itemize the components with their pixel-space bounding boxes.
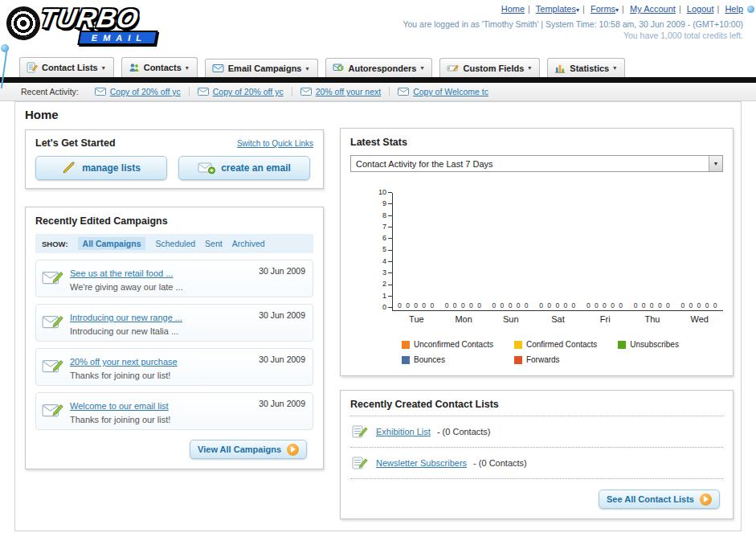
contact-list-item: Newsletter Subscribers - (0 Contacts) — [350, 448, 723, 479]
stats-period-select[interactable]: Contact Activity for the Last 7 Days — [350, 155, 723, 172]
campaign-title-link[interactable]: See us at the retail food ... — [70, 268, 173, 278]
y-tick-label: 3 — [382, 269, 392, 277]
link-help[interactable]: Help — [725, 4, 743, 14]
recent-activity-bar: Recent Activity: Copy of 20% off yc Copy… — [0, 83, 756, 101]
chart-y-axis: 109876543210 — [350, 189, 392, 311]
y-tick-label: 10 — [378, 189, 392, 196]
y-tick-label: 1 — [382, 293, 392, 300]
contacts-icon — [129, 62, 140, 73]
view-all-campaigns-button[interactable]: View All Campaigns — [190, 440, 307, 459]
chart-value-labels: 0 0 0 0 0 — [534, 301, 582, 309]
filter-archived[interactable]: Archived — [232, 239, 265, 248]
filter-sent[interactable]: Sent — [205, 239, 223, 248]
link-templates[interactable]: Templates — [536, 4, 576, 14]
contact-list-link[interactable]: Newsletter Subscribers — [376, 458, 467, 468]
show-label: SHOW: — [42, 240, 68, 248]
y-tick-label: 5 — [382, 246, 392, 253]
chevron-down-icon: ▾ — [615, 6, 619, 14]
get-started-title: Let's Get Started — [35, 137, 116, 149]
pencil-icon — [62, 162, 76, 174]
utility-nav: Home| Templates▾| Forms▾| My Account| Lo… — [403, 4, 743, 14]
create-email-button[interactable]: create an email — [178, 156, 310, 180]
y-tick-label: 8 — [382, 212, 392, 219]
switch-quick-links-link[interactable]: Switch to Quick Links — [237, 139, 313, 148]
latest-stats-panel: Latest Stats Contact Activity for the La… — [340, 128, 734, 376]
tab-contacts[interactable]: Contacts▾ — [121, 57, 198, 77]
campaign-subtitle: Introducing our new Italia ... — [70, 326, 306, 336]
page-title: Home — [25, 108, 59, 121]
contact-list-count: - (0 Contacts) — [473, 458, 527, 468]
campaign-date: 30 Jun 2009 — [259, 354, 305, 364]
tab-label: Statistics — [570, 64, 609, 73]
see-all-contact-lists-button[interactable]: See All Contact Lists — [599, 490, 720, 509]
contact-list-item: Exhibition List - (0 Contacts) — [350, 416, 723, 448]
select-arrow-icon — [709, 156, 722, 171]
chart-value-labels: 0 0 0 0 0 — [440, 301, 488, 309]
envelope-icon — [398, 88, 409, 96]
campaign-title-link[interactable]: 20% off your next purchase — [70, 357, 178, 367]
x-axis-label: Mon — [440, 314, 488, 324]
create-email-label: create an email — [221, 162, 291, 174]
chevron-down-icon: ▾ — [613, 64, 616, 72]
decorative-blue-dot-left — [1, 44, 9, 52]
tab-statistics[interactable]: Statistics▾ — [547, 58, 625, 77]
login-info: You are logged in as 'Timothy Smith' | S… — [403, 19, 743, 29]
legend-swatch — [514, 356, 522, 364]
x-axis-label: Sun — [487, 314, 534, 324]
link-separator: | — [679, 4, 681, 14]
envelope-icon — [95, 88, 106, 96]
recent-activity-item[interactable]: 20% off your next — [292, 87, 390, 96]
campaign-subtitle: We're giving away our late ... — [70, 282, 306, 292]
envelope-plus-icon — [198, 162, 215, 174]
envelope-pencil-icon — [42, 311, 64, 334]
get-started-panel: Let's Get Started Switch to Quick Links … — [25, 129, 324, 189]
tab-label: Contacts — [144, 63, 182, 72]
campaign-title-link[interactable]: Welcome to our email list — [70, 401, 169, 411]
stats-chart: 109876543210 0 0 0 0 00 0 0 0 00 0 0 0 0… — [350, 193, 723, 311]
campaign-filter-bar: SHOW: All Campaigns Scheduled Sent Archi… — [35, 234, 313, 253]
list-pencil-icon — [352, 424, 370, 440]
recent-activity-item[interactable]: Copy of 20% off yc — [190, 87, 292, 96]
recent-activity-item[interactable]: Copy of 20% off yc — [87, 87, 190, 96]
tab-email-campaigns[interactable]: Email Campaigns▾ — [205, 59, 318, 77]
x-axis-label: Fri — [582, 314, 629, 324]
tab-contact-lists[interactable]: Contact Lists▾ — [19, 57, 114, 77]
recent-activity-link[interactable]: Copy of 20% off yc — [213, 87, 284, 96]
link-separator: | — [717, 4, 719, 14]
campaign-subtitle: Thanks for joining our list! — [70, 415, 306, 424]
arrow-right-icon — [287, 444, 299, 456]
tab-label: Email Campaigns — [228, 64, 302, 73]
content-frame: Home Let's Get Started Switch to Quick L… — [14, 101, 742, 531]
chevron-down-icon: ▾ — [576, 6, 579, 14]
see-all-contact-lists-label: See All Contact Lists — [607, 494, 694, 504]
manage-lists-button[interactable]: manage lists — [35, 156, 167, 180]
right-column: Latest Stats Contact Activity for the La… — [340, 128, 734, 519]
tab-custom-fields[interactable]: Custom Fields▾ — [439, 58, 540, 77]
link-logout[interactable]: Logout — [687, 4, 714, 14]
legend-item: Unsubscribes — [618, 340, 679, 349]
legend-swatch — [618, 341, 626, 349]
chevron-down-icon: ▾ — [102, 64, 105, 72]
y-tick-label: 7 — [382, 223, 392, 231]
recent-activity-link[interactable]: Copy of 20% off yc — [110, 87, 181, 96]
link-my-account[interactable]: My Account — [630, 4, 676, 14]
tab-autoresponders[interactable]: Autoresponders▾ — [325, 58, 433, 77]
filter-scheduled[interactable]: Scheduled — [155, 239, 195, 248]
link-home[interactable]: Home — [501, 4, 525, 14]
recent-activity-item[interactable]: Copy of Welcome tc — [390, 87, 497, 96]
link-forms[interactable]: Forms — [590, 4, 615, 14]
recent-activity-link[interactable]: Copy of Welcome tc — [413, 87, 488, 96]
chevron-down-icon: ▾ — [420, 64, 423, 72]
recent-activity-link[interactable]: 20% off your next — [316, 87, 382, 96]
chevron-down-icon: ▾ — [186, 64, 189, 72]
filter-all-campaigns[interactable]: All Campaigns — [78, 237, 146, 250]
decorative-blue-dot-right — [747, 6, 754, 13]
list-pencil-icon — [352, 455, 370, 471]
tab-label: Contact Lists — [42, 63, 98, 72]
envelope-pencil-icon — [42, 267, 64, 289]
y-tick-label: 4 — [382, 258, 392, 265]
legend-label: Unsubscribes — [630, 340, 679, 349]
campaign-title-link[interactable]: Introducing our new range ... — [70, 313, 182, 322]
contact-list-link[interactable]: Exhibition List — [376, 427, 431, 436]
arrow-right-icon — [700, 494, 712, 506]
